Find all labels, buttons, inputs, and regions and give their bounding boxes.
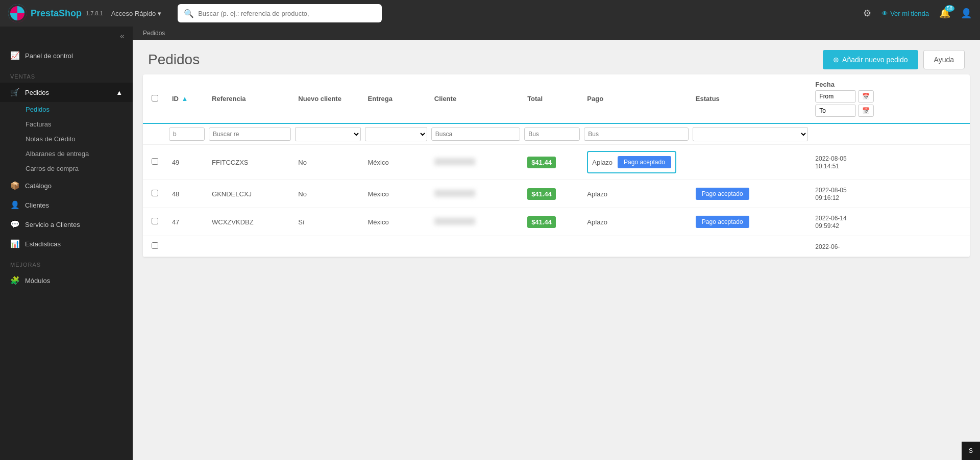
- calendar-from-button[interactable]: 📅: [858, 90, 874, 103]
- sidebar-item-label: Servicio a Clientes: [25, 221, 80, 228]
- symfony-toolbar[interactable]: S: [962, 442, 980, 460]
- row-checkbox-cell: [143, 180, 167, 208]
- quick-access-button[interactable]: Acceso Rápido ▾: [111, 10, 161, 17]
- logo-text: PrestaShop: [31, 8, 82, 19]
- row-checkbox-cell: [143, 145, 167, 180]
- sidebar-item-clientes[interactable]: 👤 Clientes: [0, 195, 133, 215]
- table-row: 48 GKNDELCXJ No México $41.44 Aplazo Pag…: [143, 180, 970, 208]
- settings-icon[interactable]: ⚙: [863, 8, 871, 19]
- row-id: 48: [167, 180, 207, 208]
- sidebar-sub-item-albaranes[interactable]: Albaranes de entrega: [26, 146, 133, 161]
- sidebar-item-label: Pedidos: [25, 89, 49, 96]
- sidebar-sub-item-notas-credito[interactable]: Notas de Crédito: [26, 132, 133, 146]
- date-to-row: 📅: [815, 105, 965, 117]
- header-checkbox-cell: [143, 74, 167, 123]
- row-total: $41.44: [522, 180, 582, 208]
- view-store-button[interactable]: 👁 Ver mi tienda: [881, 10, 929, 17]
- user-avatar[interactable]: 👤: [961, 8, 972, 19]
- sidebar-item-pedidos[interactable]: 🛒 Pedidos ▲: [0, 83, 133, 102]
- main-content: Pedidos Pedidos ⊕ Añadir nuevo pedido Ay…: [133, 27, 980, 460]
- sidebar-item-servicio[interactable]: 💬 Servicio a Clientes: [0, 215, 133, 234]
- notifications-icon[interactable]: 🔔 58: [939, 8, 950, 19]
- status-badge: Pago aceptado: [618, 156, 671, 168]
- row-estatus: Pago aceptado: [691, 208, 810, 236]
- row-id: 47: [167, 208, 207, 236]
- row-checkbox[interactable]: [152, 242, 158, 249]
- fecha-text: 2022-08-05 09:16:12: [815, 187, 846, 201]
- row-estatus: [691, 145, 810, 180]
- add-order-label: Añadir nuevo pedido: [842, 56, 908, 64]
- filter-entrega-cell: México: [363, 123, 429, 145]
- filter-total-input[interactable]: [524, 127, 580, 141]
- table-row: 47 WCXZVKDBZ Sí México $41.44 Aplazo Pag…: [143, 208, 970, 236]
- filter-entrega-select[interactable]: México: [365, 127, 427, 141]
- filter-estatus-select[interactable]: Pago aceptado: [693, 127, 808, 141]
- header-id[interactable]: ID ▲: [167, 74, 207, 123]
- breadcrumb-text: Pedidos: [143, 30, 165, 37]
- add-order-button[interactable]: ⊕ Añadir nuevo pedido: [823, 50, 918, 69]
- sidebar-item-panel-control[interactable]: 📈 Panel de control: [0, 46, 133, 65]
- row-checkbox[interactable]: [152, 190, 158, 196]
- filter-pago-input[interactable]: [584, 127, 689, 141]
- fecha-text: 2022-06-14 09:59:42: [815, 215, 846, 229]
- filter-nuevo-cell: Sí No: [293, 123, 362, 145]
- row-cliente: [429, 145, 522, 180]
- sort-asc-icon: ▲: [182, 95, 188, 103]
- filter-estatus-cell: Pago aceptado: [691, 123, 810, 145]
- header-fecha: Fecha 📅 📅: [810, 74, 970, 123]
- row-referencia: GKNDELCXJ: [207, 180, 293, 208]
- calendar-to-button[interactable]: 📅: [858, 105, 874, 117]
- breadcrumb: Pedidos: [133, 27, 980, 40]
- row-total: $41.44: [522, 145, 582, 180]
- date-to-input[interactable]: [815, 105, 856, 117]
- row-referencia: WCXZVKDBZ: [207, 208, 293, 236]
- row-entrega: México: [363, 208, 429, 236]
- chart-icon: 📈: [10, 51, 20, 60]
- row-nuevo-cliente: No: [293, 180, 362, 208]
- logo-icon: [8, 4, 27, 22]
- row-nuevo-cliente: No: [293, 145, 362, 180]
- page-header: Pedidos ⊕ Añadir nuevo pedido Ayuda: [133, 40, 980, 74]
- sidebar-item-estadisticas[interactable]: 📊 Estadísticas: [0, 234, 133, 253]
- row-checkbox[interactable]: [152, 158, 158, 165]
- fecha-text: 2022-06-: [815, 243, 840, 250]
- filter-checkbox-cell: [143, 123, 167, 145]
- eye-icon: 👁: [881, 10, 888, 17]
- help-button[interactable]: Ayuda: [923, 50, 965, 69]
- version-badge: 1.7.8.1: [86, 10, 103, 16]
- filter-total-cell: [522, 123, 582, 145]
- sidebar-collapse-button[interactable]: «: [0, 27, 133, 46]
- search-input[interactable]: [198, 10, 376, 17]
- quick-access-label: Acceso Rápido: [111, 10, 156, 17]
- row-cliente: [429, 180, 522, 208]
- sidebar-item-label: Clientes: [25, 201, 49, 209]
- symfony-icon: S: [969, 447, 973, 454]
- sidebar-sub-item-facturas[interactable]: Facturas: [26, 117, 133, 132]
- row-fecha: 2022-06-14 09:59:42: [810, 208, 970, 236]
- row-entrega: México: [363, 180, 429, 208]
- row-checkbox[interactable]: [152, 218, 158, 224]
- nav-right: ⚙ 👁 Ver mi tienda 🔔 58 👤: [863, 8, 972, 19]
- table-row: 49 FFITCCZXS No México $41.44: [143, 145, 970, 180]
- customer-name-blurred: [434, 190, 475, 197]
- sidebar-item-catalogo[interactable]: 📦 Catálogo: [0, 176, 133, 195]
- select-all-checkbox[interactable]: [152, 95, 158, 101]
- row-nuevo-cliente: Sí: [293, 208, 362, 236]
- filter-row: Sí No México: [143, 123, 970, 145]
- row-id: 49: [167, 145, 207, 180]
- plus-icon: ⊕: [833, 56, 839, 64]
- ventas-section-label: VENTAS: [0, 65, 133, 83]
- date-from-input[interactable]: [815, 90, 856, 103]
- filter-cliente-input[interactable]: [431, 127, 520, 141]
- status-highlight-wrapper: Aplazo Pago aceptado: [587, 151, 676, 173]
- sidebar-sub-item-pedidos[interactable]: Pedidos: [26, 102, 133, 117]
- row-cliente: [429, 208, 522, 236]
- total-badge: $41.44: [527, 157, 556, 168]
- header-referencia: Referencia: [207, 74, 293, 123]
- pago-text: Aplazo: [592, 159, 612, 166]
- sidebar-item-modulos[interactable]: 🧩 Módulos: [0, 271, 133, 290]
- filter-id-input[interactable]: [169, 127, 205, 141]
- filter-ref-input[interactable]: [209, 127, 291, 141]
- sidebar-sub-item-carros[interactable]: Carros de compra: [26, 161, 133, 176]
- filter-nuevo-select[interactable]: Sí No: [295, 127, 360, 141]
